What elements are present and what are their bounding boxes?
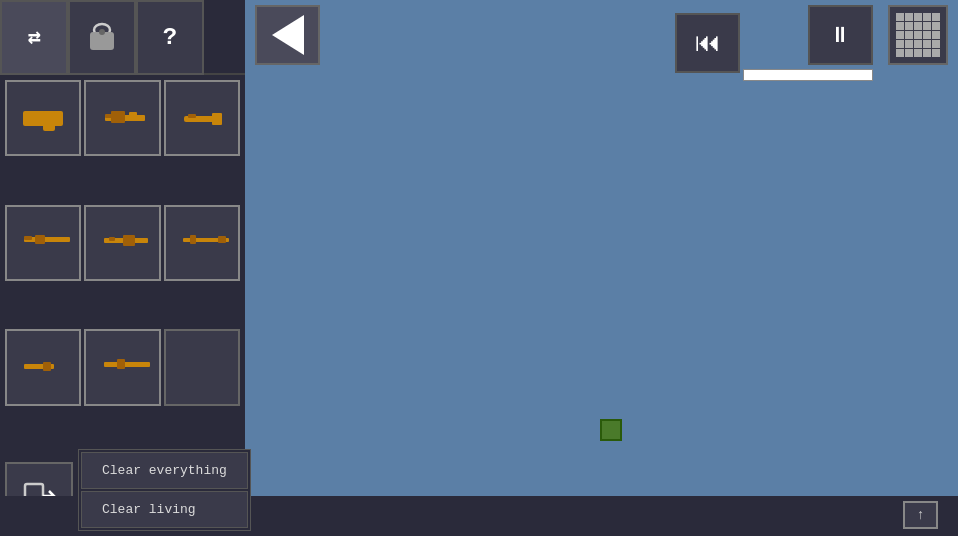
weapon-slot-1[interactable]: [5, 80, 81, 156]
svg-rect-5: [25, 113, 43, 117]
svg-rect-8: [129, 112, 137, 117]
svg-rect-14: [35, 235, 45, 244]
svg-rect-3: [25, 114, 53, 122]
sidebar: ⇄ ?: [0, 0, 245, 536]
svg-rect-15: [24, 236, 32, 240]
weapon-slot-4[interactable]: [5, 205, 81, 281]
rewind-icon: ⏮: [695, 27, 721, 59]
weapon-slot-2[interactable]: [84, 80, 160, 156]
speed-bar-container: [743, 69, 873, 81]
svg-point-2: [99, 29, 105, 35]
toolbar: ⇄ ?: [0, 0, 245, 75]
weapon-grid: [0, 75, 245, 456]
bottom-right-button[interactable]: ↑: [903, 501, 938, 529]
clear-everything-button[interactable]: Clear everything: [81, 452, 248, 489]
speed-bar[interactable]: [743, 69, 873, 81]
svg-rect-24: [104, 362, 150, 367]
back-button[interactable]: [255, 5, 320, 65]
svg-rect-11: [212, 113, 222, 125]
grid-icon: [896, 13, 940, 57]
back-arrow-icon: [272, 15, 304, 55]
svg-rect-9: [105, 114, 115, 118]
svg-rect-4: [45, 112, 55, 126]
svg-rect-17: [123, 235, 135, 246]
weapon-slot-6[interactable]: [164, 205, 240, 281]
weapon-slot-9[interactable]: [164, 329, 240, 405]
swap-button[interactable]: ⇄: [0, 0, 68, 75]
svg-rect-21: [218, 236, 226, 243]
grid-button[interactable]: [888, 5, 948, 65]
weapon-slot-5[interactable]: [84, 205, 160, 281]
weapon-slot-3[interactable]: [164, 80, 240, 156]
weapon-slot-7[interactable]: [5, 329, 81, 405]
bag-button[interactable]: [68, 0, 136, 75]
person-icon: ↑: [916, 507, 924, 523]
svg-rect-25: [117, 359, 125, 369]
pause-icon: ⏸: [829, 22, 853, 49]
svg-rect-23: [43, 362, 51, 371]
rewind-button[interactable]: ⏮: [675, 13, 740, 73]
context-menu: Clear everything Clear living: [78, 449, 251, 531]
pause-button[interactable]: ⏸: [808, 5, 873, 65]
playback-controls: ⏮ ⏸: [675, 5, 873, 81]
game-object-green: [600, 419, 622, 441]
clear-living-button[interactable]: Clear living: [81, 491, 248, 528]
svg-rect-12: [188, 114, 196, 118]
weapon-slot-8[interactable]: [84, 329, 160, 405]
svg-rect-20: [190, 235, 196, 244]
svg-rect-18: [109, 237, 115, 241]
help-button[interactable]: ?: [136, 0, 204, 75]
